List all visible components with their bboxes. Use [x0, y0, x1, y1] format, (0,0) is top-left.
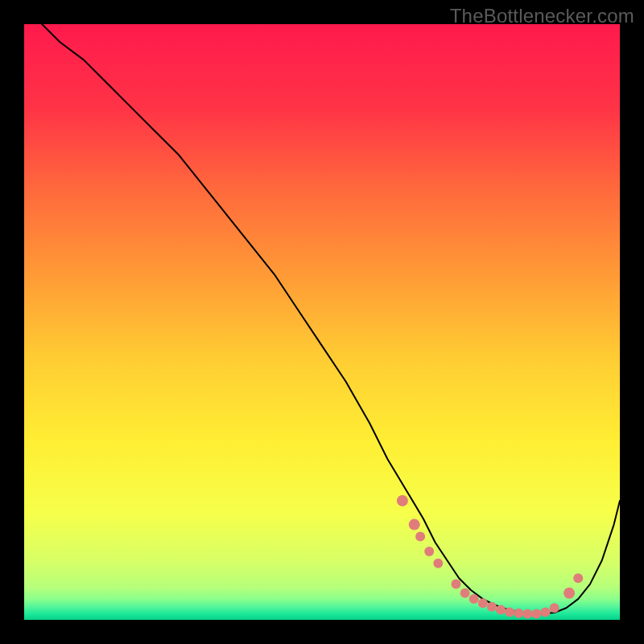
marker-dot: [550, 603, 559, 613]
marker-dot: [415, 531, 425, 541]
marker-dot: [397, 495, 408, 506]
marker-dot: [487, 602, 497, 612]
gradient-background: [24, 24, 620, 620]
marker-dot: [469, 594, 479, 604]
plot-area: [24, 24, 620, 620]
marker-dot: [478, 598, 488, 608]
marker-dot: [460, 588, 470, 598]
marker-dot: [514, 609, 523, 618]
marker-dot: [433, 559, 443, 568]
watermark-text: TheBottlenecker.com: [450, 5, 634, 27]
marker-dot: [564, 588, 575, 599]
marker-dot: [573, 573, 583, 583]
marker-dot: [496, 605, 506, 614]
marker-dot: [531, 609, 541, 619]
marker-dot: [522, 609, 532, 619]
chart-svg: [24, 24, 620, 620]
marker-dot: [541, 607, 551, 617]
marker-dot: [424, 547, 434, 556]
marker-dot: [409, 519, 420, 530]
marker-dot: [452, 580, 461, 589]
marker-dot: [505, 607, 514, 617]
chart-container: TheBottlenecker.com: [0, 0, 644, 644]
